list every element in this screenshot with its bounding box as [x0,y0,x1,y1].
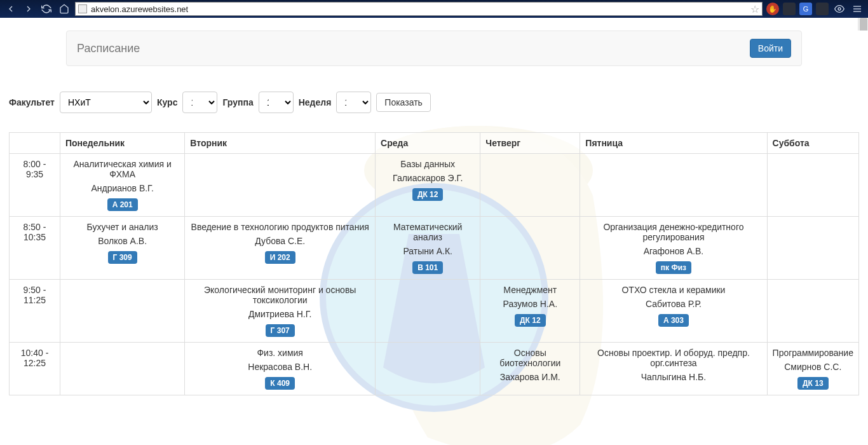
back-button[interactable] [4,2,18,16]
schedule-cell [767,217,858,280]
table-row: 8:50 - 10:35Бухучет и анализВолков А.В.Г… [10,217,859,280]
time-cell: 8:50 - 10:35 [10,217,60,280]
schedule-cell: Физ. химияНекрасова В.Н.К 409 [185,343,376,395]
schedule-cell [60,343,185,395]
teacher-text: Захарова И.М. [485,372,574,382]
teacher-text: Галиаскаров Э.Г. [381,173,475,183]
schedule-cell: Бухучет и анализВолков А.В.Г 309 [60,217,185,280]
schedule-cell: Основы проектир. И оборуд. предпр. орг.с… [580,343,767,395]
subject-text: Основы биотехнологии [485,348,574,368]
address-bar[interactable]: akvelon.azurewebsites.net ☆ [75,2,763,16]
schedule-cell [376,343,480,395]
teacher-text: Андрианов В.Г. [65,183,179,193]
room-badge: Г 307 [266,324,295,337]
home-button[interactable] [57,2,71,16]
schedule-cell: Математический анализРатыни А.К.В 101 [376,217,480,280]
table-row: 10:40 - 12:25Физ. химияНекрасова В.Н.К 4… [10,343,859,395]
time-cell: 9:50 - 11:25 [10,280,60,343]
navbar: Расписание Войти [66,31,802,66]
teacher-text: Дубова С.Е. [190,236,370,246]
time-header [10,133,60,154]
svg-point-0 [838,8,841,10]
room-badge: ДК 12 [515,314,546,327]
room-badge: пк Физ [656,261,691,274]
teacher-text: Агафонов А.В. [585,246,761,256]
page-icon [78,4,87,13]
schedule-cell: МенеджментРазумов Н.А.ДК 12 [480,280,580,343]
filters-row: Факультет НХиТ Курс 1 Группа 1 Неделя 1 … [9,66,859,132]
subject-text: Бухучет и анализ [65,222,179,232]
teacher-text: Смирнов С.С. [773,362,853,372]
subject-text: Основы проектир. И оборуд. предпр. орг.с… [585,348,761,368]
room-badge: А 201 [107,198,138,211]
browser-chrome: akvelon.azurewebsites.net ☆ ✋ G [0,0,868,18]
url-text: akvelon.azurewebsites.net [91,4,188,14]
room-badge: И 202 [265,251,295,264]
forward-button[interactable] [22,2,36,16]
extension-eye-icon[interactable] [832,2,846,16]
schedule-cell: Экологический мониторинг и основы токсик… [185,280,376,343]
browser-menu-icon[interactable] [850,2,864,16]
room-badge: Г 309 [108,251,137,264]
group-label: Группа [222,97,253,107]
subject-text: Организация денежно-кредитного регулиров… [585,222,761,242]
schedule-cell: Введение в технологию продуктов питанияД… [185,217,376,280]
schedule-cell [185,154,376,217]
schedule-cell: ПрограммированиеСмирнов С.С.ДК 13 [767,343,858,395]
login-button[interactable]: Войти [750,39,791,58]
subject-text: ОТХО стекла и керамики [585,285,761,295]
schedule-cell [60,280,185,343]
schedule-cell [480,217,580,280]
schedule-cell [480,154,580,217]
teacher-text: Чаплыгина Н.Б. [585,372,761,382]
schedule-cell [767,280,858,343]
extension-icon-2[interactable] [816,3,829,15]
subject-text: Базы данных [381,159,475,169]
brand-title: Расписание [77,42,140,55]
subject-text: Физ. химия [190,348,370,358]
bookmark-icon[interactable]: ☆ [750,3,759,15]
subject-text: Математический анализ [381,222,475,242]
table-header-row: Понедельник Вторник Среда Четверг Пятниц… [10,133,859,154]
day-header: Пятница [580,133,767,154]
room-badge: К 409 [265,377,295,390]
teacher-text: Дмитриева Н.Г. [190,309,370,319]
show-button[interactable]: Показать [376,93,431,112]
day-header: Суббота [767,133,858,154]
schedule-cell: Организация денежно-кредитного регулиров… [580,217,767,280]
week-label: Неделя [299,97,332,107]
schedule-cell: Аналитическая химия и ФХМААндрианов В.Г.… [60,154,185,217]
schedule-cell [376,280,480,343]
room-badge: ДК 13 [797,377,829,390]
course-select[interactable]: 1 [182,92,217,113]
subject-text: Введение в технологию продуктов питания [190,222,370,232]
schedule-cell: ОТХО стекла и керамикиСабитова Р.Р.А 303 [580,280,767,343]
subject-text: Программирование [773,348,853,358]
day-header: Четверг [480,133,580,154]
time-cell: 10:40 - 12:25 [10,343,60,395]
week-select[interactable]: 1 [336,92,371,113]
extension-adblock-icon[interactable]: ✋ [766,3,779,15]
day-header: Понедельник [60,133,185,154]
teacher-text: Сабитова Р.Р. [585,299,761,309]
extension-icon[interactable] [783,3,796,15]
table-row: 9:50 - 11:25Экологический мониторинг и о… [10,280,859,343]
faculty-select[interactable]: НХиТ [60,92,152,113]
room-badge: В 101 [412,261,443,274]
teacher-text: Некрасова В.Н. [190,362,370,372]
room-badge: ДК 12 [412,188,444,201]
room-badge: А 303 [658,314,689,327]
group-select[interactable]: 1 [259,92,294,113]
course-label: Курс [157,97,177,107]
teacher-text: Волков А.В. [65,236,179,246]
schedule-cell [767,154,858,217]
day-header: Вторник [185,133,376,154]
subject-text: Менеджмент [485,285,574,295]
subject-text: Экологический мониторинг и основы токсик… [190,285,370,305]
reload-button[interactable] [39,2,53,16]
faculty-label: Факультет [9,97,55,107]
extension-translate-icon[interactable]: G [799,3,812,15]
schedule-table: Понедельник Вторник Среда Четверг Пятниц… [9,132,859,395]
day-header: Среда [376,133,480,154]
time-cell: 8:00 - 9:35 [10,154,60,217]
